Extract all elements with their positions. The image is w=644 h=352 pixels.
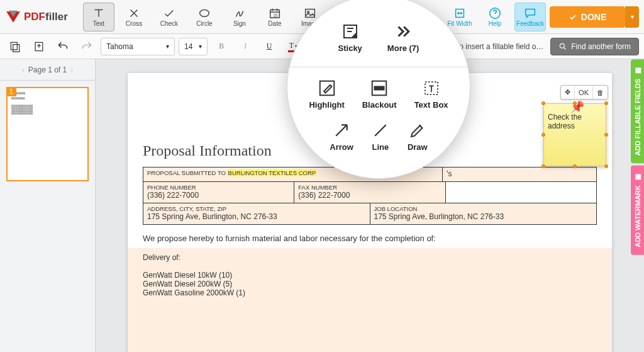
phone-value: (336) 222-7000 <box>147 191 290 200</box>
tool-draw[interactable]: Draw <box>408 121 428 152</box>
undo-button[interactable] <box>53 37 73 56</box>
delivery-block: Delivery of: GenWatt Diesel 10kW (10) Ge… <box>128 248 612 352</box>
tool-cross[interactable]: Cross <box>118 3 150 31</box>
underline-button[interactable]: U <box>259 37 279 56</box>
tool-help[interactable]: Help <box>479 3 511 31</box>
done-button[interactable]: DONE <box>550 6 625 28</box>
add-watermark-tab[interactable]: ADD WATERMARK ▦ <box>631 166 644 255</box>
tool-circle[interactable]: Circle <box>189 3 220 31</box>
font-family-select[interactable]: Tahoma▾ <box>101 38 175 55</box>
prev-page-icon[interactable]: ‹ <box>22 65 25 74</box>
tool-line[interactable]: Line <box>371 121 390 152</box>
tool-fit-width[interactable]: Fit Width <box>444 3 475 31</box>
sticky-ok-button[interactable]: OK <box>575 86 593 99</box>
add-fillable-fields-tab[interactable]: ADD FILLABLE FIELDS ▦ <box>631 59 644 163</box>
tool-date[interactable]: 15 Date <box>259 3 291 31</box>
svg-rect-5 <box>306 9 315 18</box>
sticky-note[interactable]: ✥ OK 🗑 📌 Check the address <box>543 103 606 166</box>
export-icon[interactable] <box>29 37 49 56</box>
svg-rect-17 <box>375 87 384 90</box>
svg-point-13 <box>560 43 565 48</box>
pages-panel-toggle[interactable] <box>5 37 25 56</box>
tool-sign[interactable]: Sign <box>224 3 255 31</box>
fillable-hint-text: To insert a fillable field on this form,… <box>449 42 547 51</box>
tool-text[interactable]: Text <box>83 3 114 31</box>
tool-blackout[interactable]: Blackout <box>362 79 397 110</box>
tool-sticky[interactable]: Sticky <box>338 22 362 53</box>
page-pager: ‹ Page 1 of 1 › <box>0 59 95 81</box>
svg-point-2 <box>200 10 209 17</box>
tool-highlight[interactable]: Highlight <box>309 79 344 110</box>
next-page-icon[interactable]: › <box>70 65 73 74</box>
address-value: 175 Spring Ave, Burlington, NC 276-33 <box>147 212 366 221</box>
svg-rect-10 <box>11 42 17 50</box>
thumbnail-sidebar: ‹ Page 1 of 1 › 1 ███ ██████████████████… <box>0 59 96 352</box>
joblocation-value: 175 Spring Ave, Burlington, NC 276-33 <box>374 212 593 221</box>
page-label: Page 1 of 1 <box>28 65 67 74</box>
more-tools-popover: Sticky More (7) Highlight Blackout Text … <box>287 0 470 179</box>
font-size-select[interactable]: 14▾ <box>179 38 208 55</box>
highlighted-field[interactable]: Burlington Textiles Corp <box>228 169 317 176</box>
italic-button[interactable]: I <box>235 37 255 56</box>
thumb-page-number: 1 <box>6 87 16 96</box>
svg-text:15: 15 <box>273 13 278 18</box>
svg-rect-11 <box>13 44 19 52</box>
tool-more[interactable]: More (7) <box>387 22 419 53</box>
sticky-toolbar: ✥ OK 🗑 <box>560 85 608 99</box>
sticky-move-icon[interactable]: ✥ <box>561 86 575 99</box>
tool-check[interactable]: Check <box>153 3 185 31</box>
done-dropdown[interactable]: ▾ <box>625 6 639 28</box>
bold-button[interactable]: B <box>211 37 231 56</box>
proposal-narrative: We propose hereby to furnish material an… <box>143 234 597 243</box>
tool-feedback[interactable]: Feedback <box>514 3 546 31</box>
find-another-form-button[interactable]: Find another form <box>550 38 639 55</box>
page-thumbnail[interactable]: 1 ███ ██████████████████████████████████… <box>6 87 89 181</box>
tool-textbox[interactable]: Text Box <box>414 79 448 110</box>
fax-value: (336) 222-7000 <box>298 191 441 200</box>
redo-button[interactable] <box>77 37 97 56</box>
tool-arrow[interactable]: Arrow <box>330 121 353 152</box>
app-logo: PDFfiller <box>5 9 68 25</box>
sticky-delete-icon[interactable]: 🗑 <box>593 86 608 99</box>
